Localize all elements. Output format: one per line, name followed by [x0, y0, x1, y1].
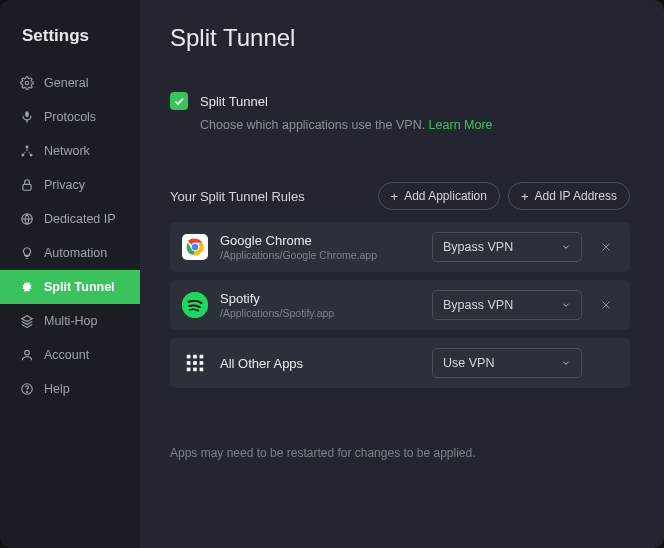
sidebar-item-label: Automation — [44, 246, 107, 260]
spotify-icon — [182, 292, 208, 318]
grid-icon — [182, 350, 208, 376]
sidebar-item-general[interactable]: General — [0, 66, 140, 100]
svg-point-8 — [25, 350, 30, 355]
network-icon — [20, 144, 34, 158]
mode-select[interactable]: Use VPN — [432, 348, 582, 378]
sidebar-item-label: General — [44, 76, 88, 90]
enable-desc-text: Choose which applications use the VPN. — [200, 118, 429, 132]
sidebar-item-label: Account — [44, 348, 89, 362]
svg-rect-24 — [193, 361, 197, 365]
sidebar-item-label: Dedicated IP — [44, 212, 116, 226]
app-path: /Applications/Google Chrome.app — [220, 249, 420, 261]
nav-list: General Protocols Network Privacy Dedica… — [0, 66, 140, 406]
sidebar-item-protocols[interactable]: Protocols — [0, 100, 140, 134]
sidebar-item-network[interactable]: Network — [0, 134, 140, 168]
select-value: Use VPN — [443, 356, 494, 370]
sidebar-item-automation[interactable]: Automation — [0, 236, 140, 270]
app-info: Spotify /Applications/Spotify.app — [220, 291, 420, 319]
sidebar-title: Settings — [0, 18, 140, 66]
app-info: Google Chrome /Applications/Google Chrom… — [220, 233, 420, 261]
sidebar-item-label: Network — [44, 144, 90, 158]
sidebar-item-label: Help — [44, 382, 70, 396]
rules-actions: + Add Application + Add IP Address — [378, 182, 630, 210]
learn-more-link[interactable]: Learn More — [429, 118, 493, 132]
gear-icon — [20, 76, 34, 90]
lock-icon — [20, 178, 34, 192]
button-label: Add Application — [404, 189, 487, 203]
sidebar-item-label: Split Tunnel — [44, 280, 115, 294]
mode-select[interactable]: Bypass VPN — [432, 290, 582, 320]
enable-checkbox[interactable] — [170, 92, 188, 110]
sidebar-item-account[interactable]: Account — [0, 338, 140, 372]
remove-rule-button[interactable] — [594, 235, 618, 259]
app-name: Spotify — [220, 291, 420, 306]
rules-header: Your Split Tunnel Rules + Add Applicatio… — [170, 182, 630, 210]
chevron-down-icon — [561, 300, 571, 310]
remove-rule-button[interactable] — [594, 293, 618, 317]
sidebar-item-split-tunnel[interactable]: Split Tunnel — [0, 270, 140, 304]
protocol-icon — [20, 110, 34, 124]
page-title: Split Tunnel — [170, 24, 630, 52]
button-label: Add IP Address — [535, 189, 618, 203]
check-icon — [173, 95, 185, 107]
footer-note: Apps may need to be restarted for change… — [170, 446, 630, 460]
svg-rect-21 — [193, 355, 197, 359]
add-application-button[interactable]: + Add Application — [378, 182, 500, 210]
chrome-icon — [182, 234, 208, 260]
add-ip-button[interactable]: + Add IP Address — [508, 182, 630, 210]
sidebar-item-label: Privacy — [44, 178, 85, 192]
svg-rect-25 — [200, 361, 204, 365]
user-icon — [20, 348, 34, 362]
sidebar-item-label: Protocols — [44, 110, 96, 124]
svg-rect-22 — [200, 355, 204, 359]
svg-point-10 — [27, 391, 28, 392]
svg-rect-23 — [187, 361, 191, 365]
sidebar: Settings General Protocols Network Priva… — [0, 0, 140, 548]
layers-icon — [20, 314, 34, 328]
split-icon — [20, 280, 34, 294]
close-icon — [600, 299, 612, 311]
close-icon — [600, 241, 612, 253]
svg-rect-1 — [25, 111, 29, 117]
app-name: All Other Apps — [220, 356, 420, 371]
sidebar-item-help[interactable]: Help — [0, 372, 140, 406]
app-path: /Applications/Spotify.app — [220, 307, 420, 319]
rule-row: Google Chrome /Applications/Google Chrom… — [170, 222, 630, 272]
svg-point-3 — [26, 145, 29, 148]
enable-row: Split Tunnel — [170, 92, 630, 110]
svg-rect-28 — [200, 368, 204, 372]
plus-icon: + — [391, 190, 399, 203]
sidebar-item-label: Multi-Hop — [44, 314, 98, 328]
app-info: All Other Apps — [220, 356, 420, 371]
chevron-down-icon — [561, 242, 571, 252]
chevron-down-icon — [561, 358, 571, 368]
plus-icon: + — [521, 190, 529, 203]
enable-label: Split Tunnel — [200, 94, 268, 109]
app-name: Google Chrome — [220, 233, 420, 248]
sidebar-item-privacy[interactable]: Privacy — [0, 168, 140, 202]
main-panel: Split Tunnel Split Tunnel Choose which a… — [140, 0, 664, 548]
rule-row: Spotify /Applications/Spotify.app Bypass… — [170, 280, 630, 330]
sidebar-item-multihop[interactable]: Multi-Hop — [0, 304, 140, 338]
svg-rect-27 — [193, 368, 197, 372]
bulb-icon — [20, 246, 34, 260]
enable-description: Choose which applications use the VPN. L… — [200, 118, 630, 132]
globe-icon — [20, 212, 34, 226]
select-value: Bypass VPN — [443, 298, 513, 312]
svg-rect-20 — [187, 355, 191, 359]
svg-point-0 — [25, 81, 29, 85]
mode-select[interactable]: Bypass VPN — [432, 232, 582, 262]
select-value: Bypass VPN — [443, 240, 513, 254]
rules-title: Your Split Tunnel Rules — [170, 189, 305, 204]
help-icon — [20, 382, 34, 396]
svg-rect-6 — [23, 184, 31, 190]
sidebar-item-dedicated-ip[interactable]: Dedicated IP — [0, 202, 140, 236]
svg-rect-26 — [187, 368, 191, 372]
rule-row: All Other Apps Use VPN — [170, 338, 630, 388]
